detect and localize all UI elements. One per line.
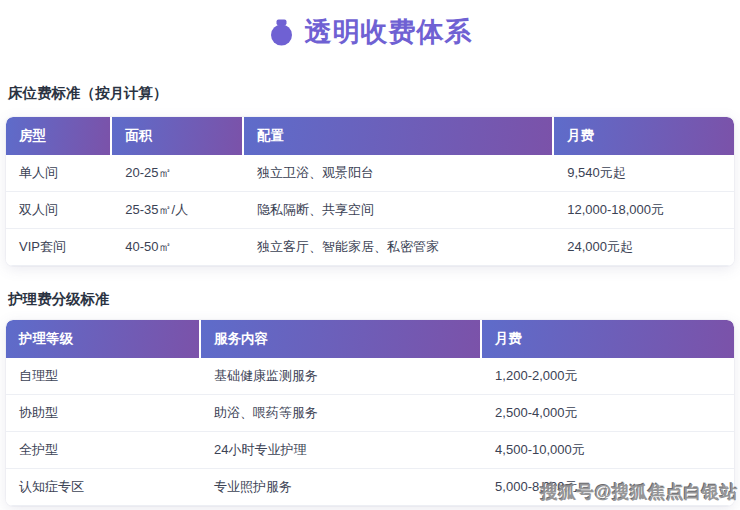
table-cell: 认知症专区 — [6, 478, 201, 496]
table-cell: 24小时专业护理 — [201, 441, 482, 459]
table-header-row: 护理等级服务内容月费 — [6, 320, 734, 358]
table-cell: 专业照护服务 — [201, 478, 482, 496]
table-cell: VIP套间 — [6, 238, 112, 256]
table-cell: 独立卫浴、观景阳台 — [244, 164, 554, 182]
table-cell: 24,000元起 — [554, 238, 734, 256]
column-header: 月费 — [554, 117, 734, 155]
money-bag-icon — [268, 19, 295, 46]
table-cell: 1,200-2,000元 — [482, 367, 734, 385]
fee-section: 护理费分级标准护理等级服务内容月费自理型基础健康监测服务1,200-2,000元… — [6, 292, 734, 506]
table-cell: 25-35㎡/人 — [112, 201, 244, 219]
column-header: 护理等级 — [6, 320, 201, 358]
section-heading: 床位费标准（按月计算） — [8, 86, 734, 102]
table-cell: 2,500-4,000元 — [482, 404, 734, 422]
table-header-row: 房型面积配置月费 — [6, 117, 734, 155]
table-cell: 隐私隔断、共享空间 — [244, 201, 554, 219]
column-header: 服务内容 — [201, 320, 482, 358]
table-row: 协助型助浴、喂药等服务2,500-4,000元 — [6, 395, 734, 432]
column-header: 月费 — [482, 320, 734, 358]
table-cell: 全护型 — [6, 441, 201, 459]
table-row: 单人间20-25㎡独立卫浴、观景阳台9,540元起 — [6, 155, 734, 192]
table-cell: 12,000-18,000元 — [554, 201, 734, 219]
table-cell: 自理型 — [6, 367, 201, 385]
section-heading: 护理费分级标准 — [8, 292, 734, 308]
table-cell: 基础健康监测服务 — [201, 367, 482, 385]
table-cell: 单人间 — [6, 164, 112, 182]
column-header: 房型 — [6, 117, 112, 155]
column-header: 面积 — [112, 117, 244, 155]
table-row: 双人间25-35㎡/人隐私隔断、共享空间12,000-18,000元 — [6, 192, 734, 229]
table-cell: 4,500-10,000元 — [482, 441, 734, 459]
table-cell: 双人间 — [6, 201, 112, 219]
table-cell: 助浴、喂药等服务 — [201, 404, 482, 422]
fee-sections: 床位费标准（按月计算）房型面积配置月费单人间20-25㎡独立卫浴、观景阳台9,5… — [0, 86, 740, 506]
table-cell: 协助型 — [6, 404, 201, 422]
table-cell: 9,540元起 — [554, 164, 734, 182]
table-row: 自理型基础健康监测服务1,200-2,000元 — [6, 358, 734, 395]
table-cell: 20-25㎡ — [112, 164, 244, 182]
page-header: 透明收费体系 — [0, 0, 740, 48]
table-row: VIP套间40-50㎡独立客厅、智能家居、私密管家24,000元起 — [6, 229, 734, 266]
table-cell: 40-50㎡ — [112, 238, 244, 256]
fee-section: 床位费标准（按月计算）房型面积配置月费单人间20-25㎡独立卫浴、观景阳台9,5… — [6, 86, 734, 266]
table-cell: 独立客厅、智能家居、私密管家 — [244, 238, 554, 256]
fee-table: 护理等级服务内容月费自理型基础健康监测服务1,200-2,000元协助型助浴、喂… — [6, 320, 734, 506]
fee-table: 房型面积配置月费单人间20-25㎡独立卫浴、观景阳台9,540元起双人间25-3… — [6, 117, 734, 266]
page-title: 透明收费体系 — [305, 19, 473, 46]
column-header: 配置 — [244, 117, 554, 155]
table-row: 全护型24小时专业护理4,500-10,000元 — [6, 432, 734, 469]
watermark: 搜狐号@搜狐焦点白银站 — [540, 480, 738, 504]
